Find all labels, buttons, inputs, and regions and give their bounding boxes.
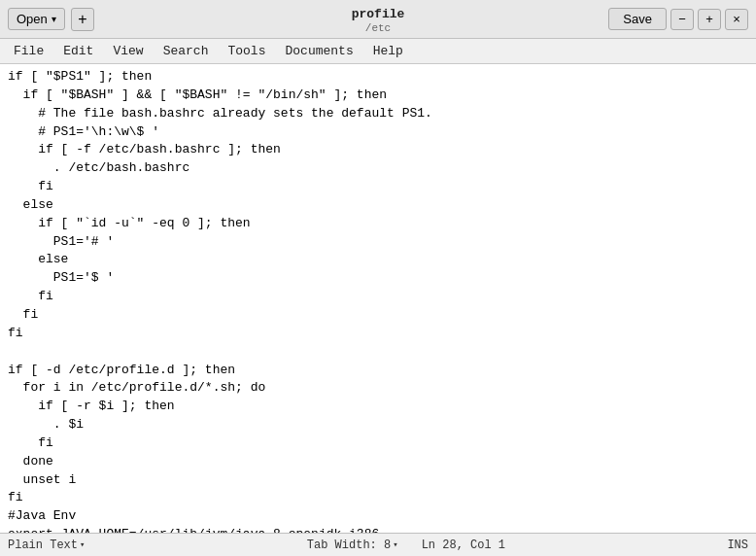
- filetype-label: Plain Text: [8, 539, 78, 552]
- open-dropdown-icon: ▾: [52, 14, 56, 24]
- titlebar-left: Open ▾ +: [8, 8, 94, 31]
- statusbar-center-group: Tab Width: 8 ▾ Ln 28, Col 1: [307, 539, 505, 552]
- position-label: Ln 28, Col 1: [422, 539, 505, 552]
- tabwidth-selector[interactable]: Tab Width: 8 ▾: [307, 539, 398, 552]
- window-title: profile: [352, 7, 405, 21]
- new-tab-button[interactable]: +: [71, 8, 94, 31]
- menu-tools[interactable]: Tools: [218, 42, 275, 60]
- new-tab-icon: +: [78, 11, 86, 28]
- close-button[interactable]: ×: [725, 9, 748, 30]
- save-label: Save: [623, 12, 652, 26]
- maximize-icon: +: [705, 12, 713, 26]
- titlebar: Open ▾ + profile /etc Save − + ×: [0, 0, 756, 39]
- minimize-button[interactable]: −: [670, 9, 694, 30]
- titlebar-right: Save − + ×: [608, 8, 748, 30]
- titlebar-center: profile /etc: [352, 5, 405, 34]
- open-label: Open: [17, 12, 48, 26]
- tabwidth-chevron-icon: ▾: [393, 539, 397, 550]
- statusbar-right: INS: [727, 539, 748, 552]
- menubar: File Edit View Search Tools Documents He…: [0, 39, 756, 64]
- tabwidth-label: Tab Width: 8: [307, 539, 391, 552]
- editor-content[interactable]: if [ "$PS1" ]; then if [ "$BASH" ] && [ …: [0, 64, 756, 533]
- filetype-selector[interactable]: Plain Text ▾: [8, 539, 85, 552]
- menu-edit[interactable]: Edit: [53, 42, 103, 60]
- close-icon: ×: [733, 12, 740, 26]
- filetype-chevron-icon: ▾: [80, 539, 85, 550]
- statusbar-left: Plain Text ▾: [8, 539, 85, 552]
- menu-documents[interactable]: Documents: [275, 42, 362, 60]
- menu-search[interactable]: Search: [154, 42, 219, 60]
- open-button[interactable]: Open ▾: [8, 8, 65, 30]
- ins-label: INS: [727, 539, 748, 552]
- save-button[interactable]: Save: [608, 8, 667, 30]
- menu-help[interactable]: Help: [363, 42, 413, 60]
- statusbar: Plain Text ▾ Tab Width: 8 ▾ Ln 28, Col 1…: [0, 533, 756, 556]
- menu-file[interactable]: File: [4, 42, 53, 60]
- minimize-icon: −: [678, 12, 686, 26]
- window-subtitle: /etc: [352, 22, 405, 34]
- editor-container: if [ "$PS1" ]; then if [ "$BASH" ] && [ …: [0, 64, 756, 533]
- maximize-button[interactable]: +: [698, 9, 721, 30]
- menu-view[interactable]: View: [103, 42, 153, 60]
